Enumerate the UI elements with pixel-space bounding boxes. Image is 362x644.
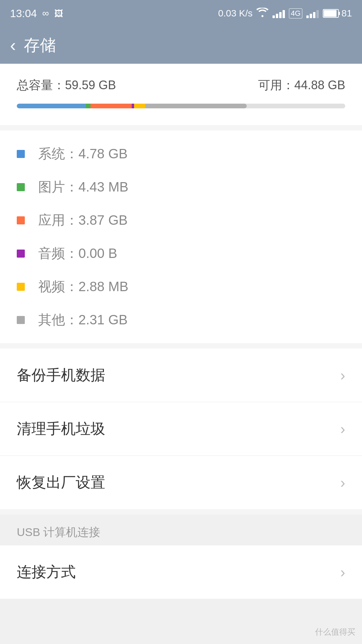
wifi-icon xyxy=(256,8,268,19)
storage-progress-bar xyxy=(17,104,345,108)
connection-type-item[interactable]: 连接方式 › xyxy=(0,545,362,599)
storage-items-list: 系统：4.78 GB 图片：4.43 MB 应用：3.87 GB 音频：0.00… xyxy=(0,130,362,343)
photo-color-dot xyxy=(17,183,25,191)
storage-summary-card: 总容量：59.59 GB 可用：44.88 GB xyxy=(0,64,362,125)
list-item: 其他：2.31 GB xyxy=(17,303,345,336)
back-button[interactable]: ‹ xyxy=(10,37,16,54)
storage-stats: 总容量：59.59 GB 可用：44.88 GB xyxy=(17,77,345,94)
chevron-right-icon: › xyxy=(340,474,345,491)
usb-section-header: USB 计算机连接 xyxy=(0,515,362,545)
list-item: 应用：3.87 GB xyxy=(17,204,345,237)
photo-storage: 图片：4.43 MB xyxy=(38,178,128,196)
clean-junk-item[interactable]: 清理手机垃圾 › xyxy=(0,402,362,456)
status-right: 0.03 K/s 4G 81 xyxy=(218,8,352,19)
speed-display: 0.03 K/s xyxy=(218,8,253,19)
signal-bars-2 xyxy=(306,9,319,18)
video-color-dot xyxy=(17,283,25,291)
factory-reset-item[interactable]: 恢复出厂设置 › xyxy=(0,456,362,509)
video-storage: 视频：2.88 MB xyxy=(38,277,128,296)
total-capacity: 总容量：59.59 GB xyxy=(17,77,116,94)
list-item: 系统：4.78 GB xyxy=(17,137,345,170)
other-color-dot xyxy=(17,316,25,324)
watermark: 什么值得买 xyxy=(315,627,355,637)
chevron-right-icon: › xyxy=(340,564,345,581)
main-content: 总容量：59.59 GB 可用：44.88 GB 系统：4.78 GB 图片：4… xyxy=(0,64,362,599)
apps-color-dot xyxy=(17,216,25,224)
usb-section: USB 计算机连接 连接方式 › xyxy=(0,515,362,599)
apps-storage: 应用：3.87 GB xyxy=(38,211,128,229)
time-display: 13:04 xyxy=(10,7,37,20)
lte-badge: 4G xyxy=(289,8,302,18)
image-icon: 🖼 xyxy=(54,8,63,19)
clean-junk-label: 清理手机垃圾 xyxy=(17,419,105,439)
list-item: 图片：4.43 MB xyxy=(17,170,345,204)
page-title: 存储 xyxy=(24,35,56,56)
chevron-right-icon: › xyxy=(340,421,345,437)
system-color-dot xyxy=(17,150,25,158)
list-item: 音频：0.00 B xyxy=(17,237,345,270)
chevron-right-icon: › xyxy=(340,367,345,384)
audio-storage: 音频：0.00 B xyxy=(38,244,117,263)
title-bar: ‹ 存储 xyxy=(0,27,362,64)
backup-data-item[interactable]: 备份手机数据 › xyxy=(0,348,362,402)
action-section: 备份手机数据 › 清理手机垃圾 › 恢复出厂设置 › xyxy=(0,348,362,509)
factory-reset-label: 恢复出厂设置 xyxy=(17,473,105,492)
system-storage: 系统：4.78 GB xyxy=(38,145,128,163)
svg-rect-2 xyxy=(339,12,340,15)
battery-level: 81 xyxy=(342,8,352,19)
backup-data-label: 备份手机数据 xyxy=(17,365,105,385)
progress-fill xyxy=(17,104,247,108)
status-left: 13:04 ∞ 🖼 xyxy=(10,7,63,20)
svg-rect-1 xyxy=(324,10,337,17)
battery-icon: 81 xyxy=(323,8,352,19)
audio-color-dot xyxy=(17,250,25,258)
infinity-icon: ∞ xyxy=(42,8,49,19)
signal-bars-1 xyxy=(273,9,285,18)
list-item: 视频：2.88 MB xyxy=(17,270,345,303)
available-capacity: 可用：44.88 GB xyxy=(258,77,345,94)
connection-type-label: 连接方式 xyxy=(17,562,76,582)
other-storage: 其他：2.31 GB xyxy=(38,311,128,329)
status-bar: 13:04 ∞ 🖼 0.03 K/s 4G xyxy=(0,0,362,27)
